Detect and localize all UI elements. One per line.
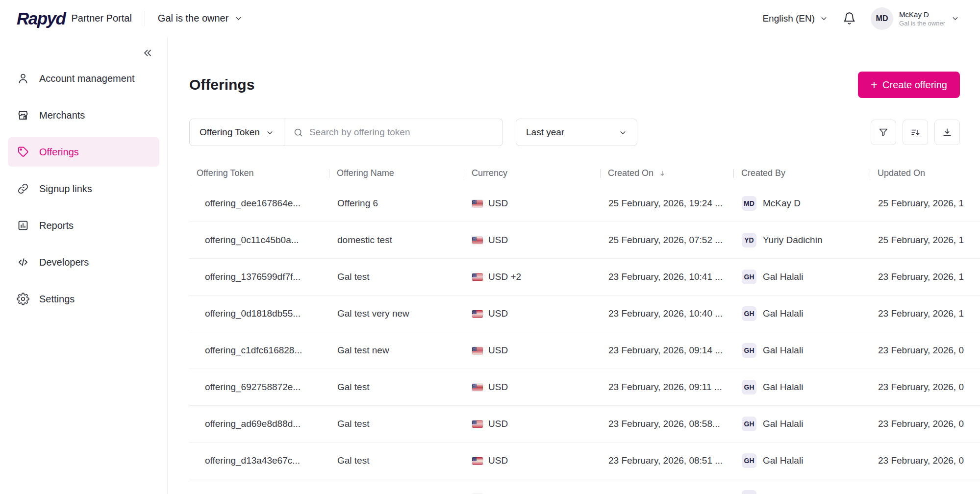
rapyd-logo: Rapyd [17, 9, 65, 28]
user-avatar: MD [871, 7, 893, 30]
date-range-value: Last year [526, 127, 564, 138]
sidebar-item-signup-links[interactable]: Signup links [8, 174, 159, 203]
cell-created-on: 23 February, 2026, 08:51 ... [593, 455, 726, 466]
table-row[interactable]: offering_c1dfc616828... Gal test new [189, 332, 980, 369]
table-row[interactable]: offering_0d1818db55... Gal test very new [189, 296, 980, 332]
creator-avatar: MD [742, 196, 756, 211]
cell-created-by: MD McKay D [726, 196, 862, 211]
cell-created-on: 23 February, 2026, 09:11 ... [593, 382, 726, 393]
table-row[interactable]: offering_d13a43e67c... Gal test [189, 443, 980, 479]
cell-created-by: GH Gal Halali [726, 417, 862, 431]
currency-label: USD +2 [488, 272, 521, 282]
report-icon [17, 219, 29, 232]
cell-offering-token: offering_0c11c45b0a... [189, 235, 322, 246]
sidebar-item-offerings[interactable]: Offerings [8, 137, 159, 167]
cell-offering-token: offering_1376599df7f... [189, 272, 322, 282]
sidebar-item-developers[interactable]: Developers [8, 247, 159, 277]
portal-label: Partner Portal [71, 13, 131, 24]
creator-avatar: GH [742, 490, 756, 494]
cell-offering-token: offering_0d1818db55... [189, 308, 322, 319]
cell-created-on: 23 February, 2026, 10:40 ... [593, 308, 726, 319]
cell-updated-on: 23 February, 2026, 0 [862, 492, 980, 494]
chevron-down-icon [619, 128, 627, 137]
sidebar: Account management Merchants Offerings S… [0, 37, 168, 494]
table-row[interactable]: offering_dee167864e... Offering 6 [189, 185, 980, 222]
sidebar-menu: Account management Merchants Offerings S… [0, 64, 167, 321]
cell-offering-name: Gal test [322, 382, 456, 393]
cell-updated-on: 23 February, 2026, 0 [862, 419, 980, 429]
double-chevron-left-icon [142, 47, 153, 59]
column-header-offering-name[interactable]: Offering Name [322, 168, 456, 178]
date-range-selector[interactable]: Last year [516, 119, 637, 146]
creator-name: Gal Halali [763, 455, 803, 466]
sidebar-item-label: Settings [39, 294, 75, 305]
search-box [284, 119, 503, 146]
search-input[interactable] [309, 127, 494, 138]
sort-button[interactable] [903, 120, 928, 145]
table-body: offering_dee167864e... Offering 6 [189, 185, 980, 494]
language-label: English (EN) [762, 13, 815, 24]
cell-created-by: GH Gal Halali [726, 306, 862, 321]
cell-created-on: 23 February, 2026, 09:14 ... [593, 345, 726, 356]
column-header-currency[interactable]: Currency [456, 168, 593, 178]
us-flag-icon [472, 384, 483, 391]
column-header-created-on[interactable]: Created On [593, 168, 726, 178]
filter-button[interactable] [871, 120, 896, 145]
sidebar-item-reports[interactable]: Reports [8, 211, 159, 240]
chevron-down-icon [820, 14, 828, 23]
sidebar-item-label: Account management [39, 73, 135, 84]
search-icon [293, 127, 303, 138]
cell-offering-token: offering_f0df3edb7... [189, 492, 322, 494]
main-content: Offerings + Create offering Offering Tok… [168, 37, 980, 494]
notifications-button[interactable] [843, 12, 856, 25]
creator-name: McKay D [763, 198, 801, 209]
cell-created-on: 25 February, 2026, 19:24 ... [593, 198, 726, 209]
table-row[interactable]: offering_1376599df7f... Gal test [189, 259, 980, 296]
cell-currency: USD [456, 198, 593, 209]
cell-updated-on: 23 February, 2026, 0 [862, 455, 980, 466]
cell-offering-name: domestic test [322, 235, 456, 246]
cell-created-on: 23 February, 2026, 08:4... [593, 492, 726, 494]
sidebar-item-merchants[interactable]: Merchants [8, 100, 159, 130]
filter-icon [878, 127, 889, 138]
creator-name: Gal Halali [763, 382, 803, 393]
table-row[interactable]: offering_f0df3edb7... Gal test [189, 479, 980, 494]
search-field-selector[interactable]: Offering Token [190, 119, 284, 146]
cell-currency: USD [456, 235, 593, 246]
sidebar-item-account-management[interactable]: Account management [8, 64, 159, 93]
cell-currency: USD [456, 382, 593, 393]
sidebar-collapse-button[interactable] [142, 47, 153, 59]
currency-label: USD [488, 419, 508, 429]
download-button[interactable] [934, 120, 960, 145]
user-info: McKay D Gal is the owner [899, 10, 945, 27]
offerings-table: Offering TokenOffering NameCurrencyCreat… [189, 162, 980, 494]
sidebar-item-label: Reports [39, 220, 74, 231]
table-row[interactable]: offering_692758872e... Gal test [189, 369, 980, 406]
cell-offering-token: offering_ad69e8d88d... [189, 419, 322, 429]
create-offering-button[interactable]: + Create offering [858, 72, 960, 98]
organization-selector[interactable]: Gal is the owner [158, 13, 243, 24]
column-header-label: Offering Token [197, 168, 253, 178]
creator-avatar: YD [742, 233, 756, 247]
us-flag-icon [472, 420, 483, 428]
language-selector[interactable]: English (EN) [762, 13, 828, 24]
table-row[interactable]: offering_ad69e8d88d... Gal test [189, 406, 980, 443]
cell-offering-name: Gal test new [322, 345, 456, 356]
us-flag-icon [472, 200, 483, 207]
cell-created-by: YD Yuriy Dadichin [726, 233, 862, 247]
cell-offering-name: Gal test very new [322, 308, 456, 319]
creator-avatar: GH [742, 380, 756, 395]
table-toolbar [871, 120, 960, 145]
column-header-created-by[interactable]: Created By [726, 168, 862, 178]
search-group: Offering Token [189, 119, 503, 146]
user-menu[interactable]: MD McKay D Gal is the owner [871, 7, 959, 30]
creator-name: Yuriy Dadichin [763, 235, 822, 246]
table-row[interactable]: offering_0c11c45b0a... domestic test [189, 222, 980, 259]
currency-label: USD [488, 455, 508, 466]
currency-label: USD [488, 345, 508, 356]
column-header-updated-on[interactable]: Updated On [862, 168, 980, 178]
column-header-offering-token[interactable]: Offering Token [189, 168, 322, 178]
download-icon [942, 127, 953, 138]
creator-avatar: GH [742, 417, 756, 431]
sidebar-item-settings[interactable]: Settings [8, 284, 159, 314]
